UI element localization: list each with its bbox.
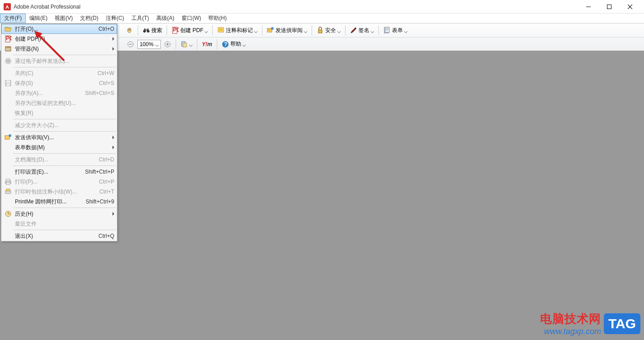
- submenu-arrow-icon: [112, 47, 114, 51]
- menu-print-setup-shortcut: Shift+Ctrl+P: [85, 169, 114, 175]
- menu-window[interactable]: 窗口(W): [178, 14, 205, 23]
- menu-printme[interactable]: PrintMe 因特网打印... Shift+Ctrl+9: [1, 197, 117, 207]
- menu-print-comments[interactable]: 打印时包括注释小结(W)... Ctrl+T: [1, 187, 117, 197]
- print-comments-icon: [4, 188, 12, 196]
- tb-object-data[interactable]: [178, 39, 195, 50]
- menu-exit-shortcut: Ctrl+Q: [98, 233, 114, 239]
- menu-advanced[interactable]: 高级(A): [153, 14, 178, 23]
- menu-printme-shortcut: Shift+Ctrl+9: [86, 198, 114, 205]
- watermark: 电脑技术网 www.tagxp.com TAG: [540, 311, 640, 336]
- tb-hand-tool[interactable]: [124, 25, 135, 36]
- menu-print-setup-label: 打印设置(E)...: [15, 168, 79, 176]
- tb-search[interactable]: 搜索: [140, 25, 164, 36]
- separator: [167, 25, 167, 35]
- menu-reduce[interactable]: 减少文件大小(Z)...: [1, 120, 117, 130]
- pdf-icon: PDF: [4, 35, 12, 43]
- zoom-value[interactable]: 100%: [137, 40, 161, 49]
- menu-doc-props-shortcut: Ctrl+D: [99, 156, 114, 163]
- tb-zoom-out[interactable]: [125, 39, 136, 50]
- email-icon: [4, 57, 12, 65]
- chevron-down-icon: [243, 42, 246, 46]
- tb-help-label: 帮助: [230, 40, 241, 48]
- menu-separator: [13, 208, 116, 208]
- submenu-arrow-icon: [112, 136, 114, 139]
- forms-icon: [383, 27, 391, 34]
- separator: [312, 25, 312, 35]
- menu-separator: [13, 119, 116, 119]
- menu-bar: 文件(F) 编辑(E) 视图(V) 文档(D) 注释(C) 工具(T) 高级(A…: [0, 14, 644, 24]
- menu-help[interactable]: 帮助(H): [205, 14, 230, 23]
- separator: [262, 25, 262, 35]
- submenu-arrow-icon: [112, 37, 114, 41]
- svg-rect-38: [7, 84, 9, 86]
- menu-organizer[interactable]: 管理器(N): [1, 44, 117, 54]
- menu-close[interactable]: 关闭(C) Ctrl+W: [1, 68, 117, 78]
- menu-revert-label: 恢复(R): [15, 109, 114, 117]
- menu-save-cert[interactable]: 另存为已验证的文档(U)...: [1, 98, 117, 108]
- menu-save-label: 保存(S): [15, 80, 93, 87]
- lock-icon: [317, 27, 324, 34]
- close-button[interactable]: [620, 0, 640, 14]
- menu-send-review[interactable]: 发送供审阅(V)...: [1, 132, 117, 142]
- tb-search-label: 搜索: [151, 27, 162, 34]
- minimize-button[interactable]: [578, 0, 599, 14]
- menu-create-pdf[interactable]: PDF 创建 PDF(F): [1, 34, 117, 44]
- tb-zoom-in[interactable]: [162, 39, 173, 50]
- menu-save-as[interactable]: 另存为(A)... Shift+Ctrl+S: [1, 88, 117, 98]
- menu-create-pdf-label: 创建 PDF(F): [15, 35, 112, 43]
- menu-form-data[interactable]: 表单数据(M): [1, 142, 117, 152]
- tb-security[interactable]: 安全: [314, 25, 343, 36]
- menu-email[interactable]: 通过电子邮件发送(L)...: [1, 56, 117, 66]
- menu-edit[interactable]: 编辑(E): [26, 14, 51, 23]
- menu-print[interactable]: 打印(P)... Ctrl+P: [1, 177, 117, 187]
- menu-revert[interactable]: 恢复(R): [1, 108, 117, 118]
- maximize-button[interactable]: [599, 0, 620, 14]
- tb-send-review[interactable]: 发送供审阅: [265, 25, 309, 36]
- menu-organizer-label: 管理器(N): [15, 45, 112, 53]
- tb-sign[interactable]: 签名: [348, 25, 376, 36]
- folder-open-icon: [4, 25, 12, 33]
- pdf-icon: PDF: [172, 27, 179, 34]
- tb-forms[interactable]: 表单: [381, 25, 410, 36]
- menu-print-label: 打印(P)...: [15, 178, 93, 186]
- submenu-arrow-icon: [112, 146, 114, 149]
- svg-rect-2: [607, 5, 611, 9]
- svg-point-40: [9, 134, 11, 137]
- menu-history-label: 历史(H): [15, 210, 112, 218]
- chevron-down-icon: [337, 29, 341, 32]
- tb-sign-label: 签名: [359, 27, 369, 34]
- menu-separator: [13, 67, 116, 67]
- tb-security-label: 安全: [325, 27, 336, 34]
- tb-create-pdf[interactable]: PDF 创建 PDF: [169, 25, 210, 36]
- menu-tools[interactable]: 工具(T): [128, 14, 153, 23]
- window-controls: [578, 0, 640, 14]
- menu-doc-props[interactable]: 文档属性(D)... Ctrl+D: [1, 155, 117, 165]
- tb-create-pdf-label: 创建 PDF: [180, 27, 203, 34]
- menu-doc-props-label: 文档属性(D)...: [15, 156, 93, 164]
- printer-icon: [4, 178, 12, 186]
- menu-recent-label: 最近文件: [15, 220, 114, 228]
- menu-save[interactable]: 保存(S) Ctrl+S: [1, 78, 117, 88]
- menu-print-comments-shortcut: Ctrl+T: [99, 189, 114, 195]
- tb-comment-mark[interactable]: 注释和标记: [215, 25, 260, 36]
- svg-rect-42: [6, 179, 10, 181]
- svg-rect-8: [147, 28, 149, 30]
- menu-exit[interactable]: 退出(X) Ctrl+Q: [1, 231, 117, 241]
- menu-document[interactable]: 文档(D): [76, 14, 102, 23]
- tb-yahoo[interactable]: Y!m: [200, 39, 215, 50]
- svg-rect-45: [6, 189, 10, 191]
- help-icon: ?: [222, 41, 229, 48]
- menu-open[interactable]: 打开(O)... Ctrl+O: [1, 24, 117, 34]
- svg-rect-34: [5, 47, 11, 48]
- menu-exit-label: 退出(X): [15, 232, 93, 240]
- menu-history[interactable]: 历史(H): [1, 209, 117, 219]
- menu-file[interactable]: 文件(F): [0, 14, 26, 23]
- menu-send-review-label: 发送供审阅(V)...: [15, 134, 112, 142]
- menu-print-setup[interactable]: 打印设置(E)... Shift+Ctrl+P: [1, 167, 117, 177]
- svg-text:PDF: PDF: [6, 35, 12, 42]
- menu-view[interactable]: 视图(V): [51, 14, 76, 23]
- tb-help[interactable]: ? 帮助: [219, 39, 248, 50]
- menu-recent[interactable]: 最近文件: [1, 219, 117, 229]
- menu-print-shortcut: Ctrl+P: [99, 179, 114, 185]
- menu-comment[interactable]: 注释(C): [102, 14, 128, 23]
